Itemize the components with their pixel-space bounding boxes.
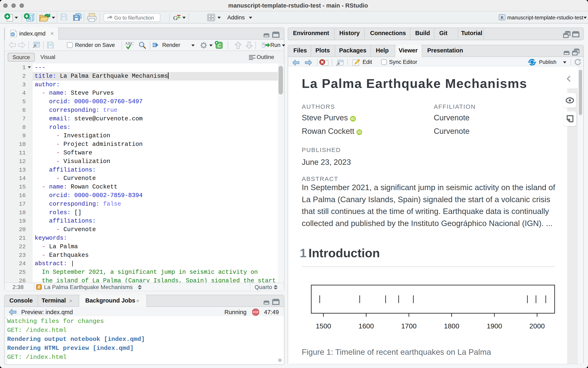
svg-text:1800: 1800 [444, 322, 459, 330]
svg-text:1900: 1900 [487, 322, 502, 330]
svg-text:1700: 1700 [401, 322, 417, 330]
svg-text:2000: 2000 [529, 322, 545, 330]
svg-text:ABC: ABC [125, 41, 134, 46]
svg-text:1600: 1600 [358, 322, 374, 330]
svg-text:G: G [173, 15, 178, 21]
svg-text:1500: 1500 [316, 322, 331, 330]
svg-text:R: R [500, 15, 504, 20]
svg-text:STOP: STOP [253, 311, 259, 313]
